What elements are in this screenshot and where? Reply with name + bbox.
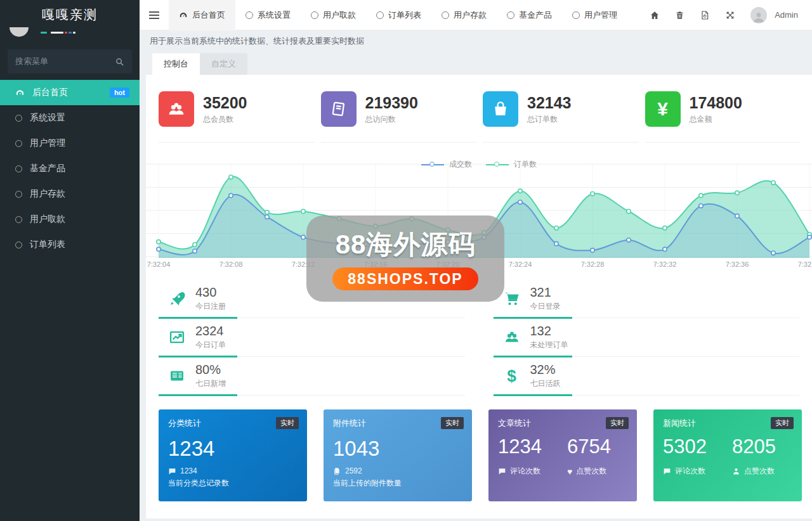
realtime-badge[interactable]: 实时 bbox=[771, 417, 794, 429]
sidebar-item-label: 用户管理 bbox=[30, 138, 65, 149]
comment-icon bbox=[168, 467, 176, 475]
topbar: 后台首页 系统设置 用户取款 订单列表 用户存款 基金产品 用户管理 Admin bbox=[140, 0, 812, 30]
tab-bar: 控制台 自定义 bbox=[152, 53, 247, 75]
search-icon[interactable] bbox=[115, 57, 124, 67]
realtime-badge[interactable]: 实时 bbox=[441, 417, 464, 429]
legend-label: 订单数 bbox=[514, 159, 537, 170]
realtime-badge[interactable]: 实时 bbox=[606, 417, 629, 429]
avatar[interactable] bbox=[10, 27, 29, 37]
circle-icon bbox=[376, 11, 384, 19]
topnav-item-label: 用户存款 bbox=[454, 10, 487, 21]
sidebar-item-dashboard[interactable]: 后台首页 hot bbox=[0, 80, 140, 105]
decor-dash bbox=[65, 32, 67, 34]
x-axis-tick: 7:32:36 bbox=[715, 260, 759, 268]
users-icon bbox=[159, 91, 194, 127]
cart-icon bbox=[502, 290, 521, 307]
topnav-item-label: 后台首页 bbox=[192, 10, 225, 21]
status-dash bbox=[41, 32, 47, 34]
card-value: 5302 bbox=[663, 435, 707, 458]
stat-value: 32143 bbox=[527, 94, 572, 112]
legend-marker bbox=[486, 164, 509, 165]
decor-dash bbox=[69, 32, 72, 34]
user-avatar[interactable] bbox=[750, 7, 767, 23]
circle-icon bbox=[15, 191, 22, 198]
home-icon[interactable] bbox=[650, 10, 660, 20]
book-icon bbox=[321, 91, 357, 127]
mini-stat-value: 80% bbox=[195, 363, 226, 377]
mini-stat-weekly-active: $ 32% 七日活跃 bbox=[494, 357, 800, 396]
stat-card-orders: 32143 总订单数 bbox=[483, 91, 639, 143]
x-axis-tick: 7:32:24 bbox=[498, 260, 542, 268]
x-axis-tick: 7:32:08 bbox=[209, 260, 253, 268]
card-value: 6754 bbox=[567, 435, 611, 458]
mini-stat-label: 未处理订单 bbox=[530, 340, 568, 351]
topnav-item-label: 用户管理 bbox=[584, 10, 617, 21]
stat-label: 总订单数 bbox=[527, 114, 572, 125]
stat-label: 总金额 bbox=[690, 114, 742, 125]
mini-stat-value: 132 bbox=[530, 324, 568, 338]
users-icon bbox=[502, 328, 521, 346]
menu-toggle-icon[interactable] bbox=[140, 11, 169, 19]
sidebar-search-input[interactable]: 搜索菜单 bbox=[8, 49, 132, 74]
mini-stat-pending-orders: 132 未处理订单 bbox=[494, 318, 800, 357]
circle-icon bbox=[507, 11, 514, 19]
circle-icon bbox=[311, 11, 318, 19]
shopping-bag-icon bbox=[483, 91, 518, 127]
card-sub-value: 2592 bbox=[345, 466, 362, 475]
summary-cards-row: 分类统计 实时 1234 1234 当前分类总记录数 附件统计 实时 1043 … bbox=[146, 396, 812, 501]
topnav-item-label: 系统设置 bbox=[258, 10, 291, 21]
topnav-item-fund-products[interactable]: 基金产品 bbox=[497, 0, 562, 30]
sidebar-item-label: 系统设置 bbox=[30, 112, 65, 124]
x-axis-tick: 7:32:32 bbox=[643, 260, 687, 268]
stat-value: 219390 bbox=[365, 94, 418, 112]
topnav-item-user-withdrawals[interactable]: 用户取款 bbox=[301, 0, 366, 30]
realtime-badge[interactable]: 实时 bbox=[276, 417, 299, 429]
fullscreen-icon[interactable] bbox=[725, 10, 735, 20]
watermark-overlay: 88海外源码 88SHOPS.TOP bbox=[306, 215, 504, 302]
mini-stat-weekly-new: 80% 七日新增 bbox=[159, 357, 465, 396]
watermark-domain: 88SHOPS.TOP bbox=[332, 267, 478, 290]
sidebar-item-fund-products[interactable]: 基金产品 bbox=[0, 156, 140, 181]
topnav-item-label: 用户取款 bbox=[323, 10, 356, 21]
topnav-item-user-deposits[interactable]: 用户存款 bbox=[431, 0, 497, 30]
stat-card-amount: ¥ 174800 总金额 bbox=[645, 91, 801, 143]
tab-console[interactable]: 控制台 bbox=[152, 53, 200, 75]
username-label[interactable]: Admin bbox=[775, 10, 798, 20]
x-axis-tick: 7:32:28 bbox=[570, 260, 615, 268]
stat-cards-row: 35200 总会员数 219390 总访问数 32143 总订单数 ¥ 17 bbox=[146, 75, 812, 143]
mini-stat-label: 七日新增 bbox=[195, 378, 226, 389]
sidebar-item-label: 后台首页 bbox=[32, 87, 68, 98]
topnav-item-user-management[interactable]: 用户管理 bbox=[562, 0, 627, 30]
topnav-item-dashboard[interactable]: 后台首页 bbox=[169, 0, 235, 30]
sidebar-item-user-management[interactable]: 用户管理 bbox=[0, 131, 140, 156]
stat-card-members: 35200 总会员数 bbox=[159, 91, 315, 143]
card-value: 1043 bbox=[333, 437, 462, 461]
mini-stat-logins: 321 今日登录 bbox=[494, 280, 800, 318]
card-substat: 8205 点赞次数 bbox=[732, 435, 776, 477]
mini-stat-label: 今日登录 bbox=[530, 301, 561, 312]
stat-card-visits: 219390 总访问数 bbox=[321, 91, 477, 143]
topnav-item-label: 基金产品 bbox=[519, 10, 552, 21]
legend-item-deals[interactable]: 成交数 bbox=[421, 159, 472, 170]
legend-label: 成交数 bbox=[449, 159, 472, 170]
newspaper-icon bbox=[167, 367, 187, 385]
legend-item-orders[interactable]: 订单数 bbox=[486, 159, 537, 170]
sidebar-item-label: 用户取款 bbox=[30, 214, 65, 225]
yen-icon: ¥ bbox=[645, 91, 681, 127]
trash-icon[interactable] bbox=[675, 10, 684, 20]
sidebar-item-system-settings[interactable]: 系统设置 bbox=[0, 105, 140, 131]
clear-cache-icon[interactable] bbox=[700, 10, 710, 20]
sidebar-item-order-list[interactable]: 订单列表 bbox=[0, 232, 140, 257]
card-substat: 5302 评论次数 bbox=[663, 435, 707, 477]
sidebar-item-user-deposits[interactable]: 用户存款 bbox=[0, 181, 140, 207]
sidebar-item-user-withdrawals[interactable]: 用户取款 bbox=[0, 207, 140, 232]
tab-custom[interactable]: 自定义 bbox=[200, 53, 247, 75]
sidebar-item-label: 用户存款 bbox=[30, 188, 65, 200]
heart-icon: ♥ bbox=[567, 467, 572, 476]
page-description: 用于展示当前系统中的统计数据、统计报表及重要实时数据 bbox=[150, 35, 364, 47]
sidebar-menu: 后台首页 hot 系统设置 用户管理 基金产品 用户存款 用户取款 订单列表 bbox=[0, 80, 140, 257]
mini-stat-today-orders: 2324 今日订单 bbox=[159, 318, 465, 357]
circle-icon bbox=[15, 115, 22, 122]
topnav-item-system-settings[interactable]: 系统设置 bbox=[235, 0, 301, 30]
topnav-item-order-list[interactable]: 订单列表 bbox=[366, 0, 431, 30]
